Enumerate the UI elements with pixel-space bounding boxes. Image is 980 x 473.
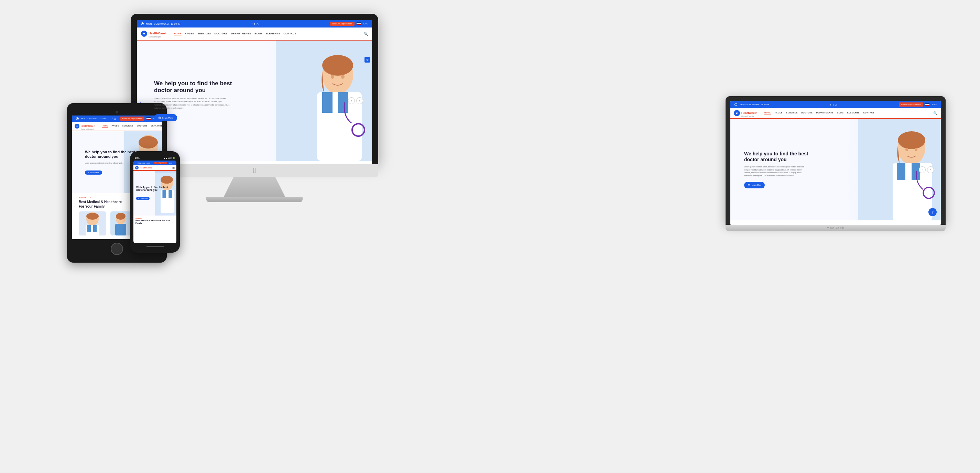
ipad-logo[interactable]: ♥ HealthCare+ General Hospital [75, 122, 95, 130]
imac-screen: MON - SUN: 9.00AM - 11.00PM f t △ Book A… [137, 20, 372, 164]
imac-logo-text-block: HealthCare+ General Hospital [148, 30, 167, 38]
imac-website: MON - SUN: 9.00AM - 11.00PM f t △ Book A… [137, 20, 372, 161]
iphone-learn-more-btn[interactable]: ⊕ Learn More [136, 197, 150, 200]
macbook-hero-desc: Lorem ipsum dolor sit amet, consectetur … [744, 165, 806, 177]
macbook-hero-next-btn[interactable]: › [927, 167, 934, 173]
macbook-nav-services[interactable]: SERVICES [786, 112, 798, 114]
scene: MON - SUN: 9.00AM - 11.00PM f t △ Book A… [0, 0, 980, 473]
iphone-book-btn[interactable]: Book An Appointment [154, 162, 167, 164]
macbook-flag-icon [925, 103, 929, 106]
imac-nav-contact[interactable]: CONTACT [284, 32, 296, 35]
ipad-flag-icon [146, 117, 151, 120]
ipad-hero-content: We help you to find the best doctor arou… [85, 150, 152, 175]
ipad-home-button[interactable] [111, 243, 123, 255]
macbook-nav-departments[interactable]: DEPARTMENTS [816, 112, 834, 114]
imac-stand [220, 177, 289, 197]
macbook-learn-more-btn[interactable]: ⊕ Learn More [744, 182, 765, 188]
iphone-topbar-right: Book An Appointment ENG [154, 162, 172, 164]
imac-nav-doctors[interactable]: DOCTORS [215, 32, 228, 35]
macbook-logo-name: HealthCare+ [741, 111, 757, 114]
macbook-nav-links: HOME PAGES SERVICES DOCTORS DEPARTMENTS … [764, 112, 933, 114]
ipad-facebook-icon[interactable]: f [109, 117, 110, 120]
macbook-topbar-left: MON - SUN: 9.00AM - 11.00PM [735, 103, 769, 106]
macbook-logo[interactable]: ♥ HealthCare+ General Hospital [734, 109, 757, 117]
ipad-nav-services[interactable]: SERVICES [123, 125, 134, 127]
macbook-hours: MON - SUN: 9.00AM - 11.00PM [740, 103, 769, 106]
imac-logo-name: HealthCare+ [148, 32, 167, 35]
facebook-icon[interactable]: f [252, 22, 252, 25]
macbook-hero: We help you to find the best doctor arou… [730, 119, 941, 221]
imac-learn-more-btn[interactable]: ⊕ Learn More [154, 114, 177, 121]
macbook-lang[interactable]: ENG [932, 103, 937, 106]
ipad-nav-home[interactable]: HOME [102, 125, 108, 127]
macbook-hero-title: We help you to find the best doctor arou… [744, 151, 931, 163]
ipad-nav-doctors[interactable]: DOCTORS [137, 125, 148, 127]
imac-nav-links: HOME PAGES SERVICES DOCTORS DEPARTMENTS … [173, 32, 364, 35]
imac-nav-blog[interactable]: BLOG [255, 32, 262, 35]
ipad-topbar-left: MON - SUN: 9.00AM - 11.00PM [76, 117, 105, 120]
ipad-nav-pages[interactable]: PAGES [112, 125, 119, 127]
macbook-logo-sub: General Hospital [741, 115, 757, 117]
imac-nav-services[interactable]: SERVICES [197, 32, 211, 35]
ipad-plus-icon: ⊕ [88, 171, 89, 174]
imac-nav-home[interactable]: HOME [173, 32, 181, 35]
macbook-nav-elements[interactable]: ELEMENTS [847, 112, 860, 114]
macbook-hero-prev-btn[interactable]: ‹ [919, 167, 926, 173]
iphone-hero-content: We help you to find the best doctor arou… [136, 186, 173, 201]
imac-hero-prev-btn[interactable]: ‹ [348, 97, 355, 104]
ipad-social: f t △ [109, 117, 116, 120]
imac-hero-next-btn[interactable]: › [356, 97, 363, 104]
macbook-clock-icon [735, 103, 737, 106]
imac-logo[interactable]: ♥ HealthCare+ General Hospital [141, 30, 167, 38]
imac-nav-elements[interactable]: ELEMENTS [266, 32, 280, 35]
macbook-search-icon[interactable]: 🔍 [933, 111, 937, 115]
ipad-navbar: ♥ HealthCare+ General Hospital HOME PAGE… [72, 122, 162, 131]
macbook-facebook-icon[interactable]: f [830, 103, 831, 106]
macbook-book-btn[interactable]: Book An Appointment [899, 102, 923, 106]
macbook-nav-home[interactable]: HOME [764, 112, 771, 114]
imac-logo-icon: ♥ [141, 30, 147, 37]
ipad-nav-departments[interactable]: DEPARTMENTS [151, 125, 162, 127]
imac-nav-pages[interactable]: PAGES [185, 32, 194, 35]
ipad-twitter-icon[interactable]: t [112, 117, 113, 120]
instagram-icon[interactable]: △ [256, 22, 259, 25]
imac-lang[interactable]: ENG [363, 23, 368, 25]
imac-topbar: MON - SUN: 9.00AM - 11.00PM f t △ Book A… [137, 20, 372, 27]
ipad-instagram-icon[interactable]: △ [114, 117, 116, 120]
ipad-learn-more-btn[interactable]: ⊕ Learn More [85, 170, 102, 175]
svg-rect-32 [115, 224, 126, 235]
macbook-logo-text-block: HealthCare+ General Hospital [741, 109, 757, 117]
macbook-nav-pages[interactable]: PAGES [775, 112, 783, 114]
iphone-lang[interactable]: ENG [169, 162, 172, 164]
imac-nav-departments[interactable]: DEPARTMENTS [231, 32, 251, 35]
iphone-home-indicator[interactable] [146, 246, 164, 247]
iphone-menu-icon[interactable]: ☰ [172, 167, 175, 170]
ipad-logo-name: HealthCare+ [81, 125, 95, 127]
imac-gear-icon[interactable]: ⚙ [364, 57, 370, 63]
macbook-nav-contact[interactable]: CONTACT [863, 112, 874, 114]
macbook-instagram-icon[interactable]: △ [835, 103, 837, 106]
ipad-hero-title: We help you to find the best doctor arou… [85, 150, 152, 159]
macbook-hero-content: We help you to find the best doctor arou… [744, 151, 931, 188]
ipad-topbar-right: Book An Appointment ENG [120, 116, 158, 121]
ipad-logo-text-block: HealthCare+ General Hospital [81, 122, 95, 130]
macbook-scroll-up-btn[interactable]: ⇧ [928, 208, 937, 216]
imac-bezel: MON - SUN: 9.00AM - 11.00PM f t △ Book A… [130, 14, 378, 164]
macbook-nav-blog[interactable]: BLOG [837, 112, 843, 114]
macbook-nav-doctors[interactable]: DOCTORS [801, 112, 813, 114]
imac-book-appointment-btn[interactable]: Book An Appointment [330, 22, 355, 26]
svg-rect-28 [93, 225, 97, 232]
ipad-about-nurse-svg [110, 211, 131, 235]
ipad-about-img-doctor [79, 211, 106, 235]
ipad-hero-desc: Lorem ipsum dolor sit amet, consectetur … [85, 162, 126, 164]
imac-hero-title: We help you to find the best doctor arou… [154, 80, 362, 94]
ipad-book-btn[interactable]: Book An Appointment [120, 116, 145, 121]
imac-search-icon[interactable]: 🔍 [364, 32, 368, 36]
twitter-icon[interactable]: t [254, 22, 255, 25]
ipad-clock-icon [76, 117, 79, 120]
macbook-twitter-icon[interactable]: t [833, 103, 834, 106]
iphone-hero: We help you to find the best doctor arou… [134, 171, 177, 216]
svg-point-33 [116, 213, 126, 220]
macbook-website: MON - SUN: 9.00AM - 11.00PM f t △ Book A… [730, 101, 941, 221]
svg-point-7 [331, 75, 334, 79]
